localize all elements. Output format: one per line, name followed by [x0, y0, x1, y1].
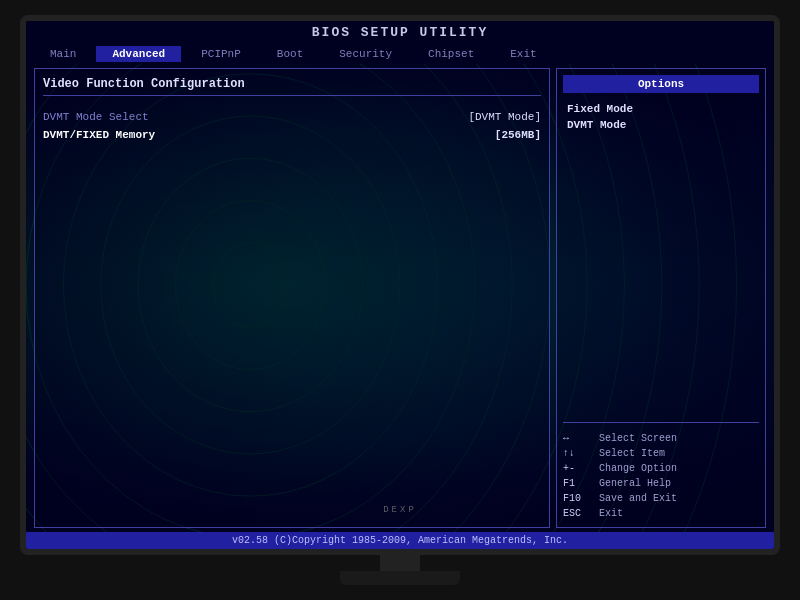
stand-base: [340, 571, 460, 585]
key-symbol-plusminus: +-: [563, 463, 591, 474]
dvmt-mode-label: DVMT Mode Select: [43, 111, 149, 123]
dvmt-fixed-label: DVMT/FIXED Memory: [43, 129, 155, 141]
dvmt-fixed-value: [256MB]: [495, 129, 541, 141]
key-symbol-f1: F1: [563, 478, 591, 489]
right-panel: Options Fixed Mode DVMT Mode ↔ Select Sc…: [556, 68, 766, 528]
nav-bar: Main Advanced PCIPnP Boot Security Chips…: [26, 44, 774, 64]
key-desc-general-help: General Help: [599, 478, 671, 489]
key-symbol-f10: F10: [563, 493, 591, 504]
option-dvmt-mode: DVMT Mode: [563, 117, 759, 133]
monitor-stand: [340, 555, 460, 585]
key-desc-select-item: Select Item: [599, 448, 665, 459]
nav-security[interactable]: Security: [323, 46, 408, 62]
key-symbol-updown: ↑↓: [563, 448, 591, 459]
key-symbol-esc: ESC: [563, 508, 591, 519]
key-f1: F1 General Help: [563, 476, 759, 491]
dvmt-mode-row[interactable]: DVMT Mode Select [DVMT Mode]: [43, 108, 541, 126]
dvmt-fixed-row[interactable]: DVMT/FIXED Memory [256MB]: [43, 126, 541, 144]
key-change-option: +- Change Option: [563, 461, 759, 476]
key-select-item: ↑↓ Select Item: [563, 446, 759, 461]
bios-title: BIOS SETUP UTILITY: [26, 21, 774, 44]
nav-chipset[interactable]: Chipset: [412, 46, 490, 62]
option-fixed-mode: Fixed Mode: [563, 101, 759, 117]
dvmt-mode-value: [DVMT Mode]: [468, 111, 541, 123]
nav-pcipnp[interactable]: PCIPnP: [185, 46, 257, 62]
monitor-screen-bezel: BIOS SETUP UTILITY Main Advanced PCIPnP …: [20, 15, 780, 555]
nav-main[interactable]: Main: [34, 46, 92, 62]
nav-exit[interactable]: Exit: [494, 46, 552, 62]
key-symbol-arrows: ↔: [563, 433, 591, 444]
nav-boot[interactable]: Boot: [261, 46, 319, 62]
nav-advanced[interactable]: Advanced: [96, 46, 181, 62]
key-desc-exit: Exit: [599, 508, 623, 519]
key-desc-change-option: Change Option: [599, 463, 677, 474]
footer-text: v02.58 (C)Copyright 1985-2009, American …: [232, 535, 568, 546]
footer-bar: v02.58 (C)Copyright 1985-2009, American …: [26, 532, 774, 549]
bios-screen: BIOS SETUP UTILITY Main Advanced PCIPnP …: [26, 21, 774, 549]
panel-title: Video Function Configuration: [43, 77, 541, 96]
key-select-screen: ↔ Select Screen: [563, 431, 759, 446]
key-f10: F10 Save and Exit: [563, 491, 759, 506]
monitor-outer: BIOS SETUP UTILITY Main Advanced PCIPnP …: [20, 15, 780, 585]
bios-title-text: BIOS SETUP UTILITY: [312, 25, 488, 40]
stand-neck: [380, 555, 420, 571]
key-desc-select-screen: Select Screen: [599, 433, 677, 444]
main-area: Video Function Configuration DVMT Mode S…: [26, 64, 774, 532]
key-esc: ESC Exit: [563, 506, 759, 521]
key-desc-save-exit: Save and Exit: [599, 493, 677, 504]
options-title: Options: [563, 75, 759, 93]
left-panel: Video Function Configuration DVMT Mode S…: [34, 68, 550, 528]
keys-section: ↔ Select Screen ↑↓ Select Item +- Change…: [563, 422, 759, 521]
